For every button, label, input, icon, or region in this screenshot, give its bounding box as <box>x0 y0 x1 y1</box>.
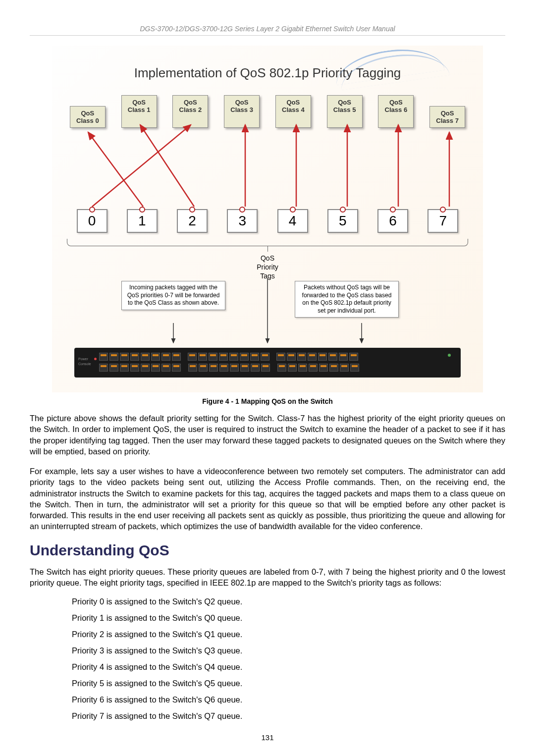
switch-power-label: PowerConsole <box>78 357 91 367</box>
svg-line-3 <box>88 132 143 207</box>
priority-item: Priority 3 is assigned to the Switch's Q… <box>72 646 505 655</box>
priority-item: Priority 5 is assigned to the Switch's Q… <box>72 679 505 688</box>
priority-tag-0: 0 <box>77 209 107 233</box>
priority-mapping-list: Priority 0 is assigned to the Switch's Q… <box>72 597 505 721</box>
switch-led-link <box>448 354 451 357</box>
priority-tags-row: 0 1 2 3 4 5 6 7 <box>52 209 483 233</box>
tags-bracket <box>67 239 468 246</box>
class-box-2: QoSClass 2 <box>172 95 208 128</box>
class-box-6: QoSClass 6 <box>378 95 414 128</box>
paragraph-2: For example, lets say a user wishes to h… <box>30 466 505 532</box>
switch-ports <box>99 353 436 361</box>
switch-hardware-image: PowerConsole <box>74 348 461 378</box>
page-header: DGS-3700-12/DGS-3700-12G Series Layer 2 … <box>30 25 505 33</box>
priority-tag-3: 3 <box>227 209 258 233</box>
svg-line-2 <box>92 125 191 207</box>
priority-item: Priority 2 is assigned to the Switch's Q… <box>72 630 505 639</box>
priority-item: Priority 7 is assigned to the Switch's Q… <box>72 711 505 721</box>
svg-line-4 <box>140 125 194 207</box>
priority-item: Priority 4 is assigned to the Switch's Q… <box>72 662 505 672</box>
info-box-left: Incoming packets tagged with the QoS pri… <box>121 281 225 310</box>
section-heading: Understanding QoS <box>30 542 505 559</box>
class-boxes-row: QoSClass 0 QoSClass 1 QoSClass 2 QoSClas… <box>52 95 483 128</box>
class-box-1: QoSClass 1 <box>121 95 157 128</box>
figure-caption: Figure 4 - 1 Mapping QoS on the Switch <box>30 397 505 405</box>
info-box-right: Packets without QoS tags will be forward… <box>295 281 399 318</box>
priority-item: Priority 6 is assigned to the Switch's Q… <box>72 695 505 704</box>
decoration-curve <box>334 51 453 85</box>
paragraph-3: The Switch has eight priority queues. Th… <box>30 566 505 589</box>
class-box-7: QoSClass 7 <box>429 106 465 128</box>
qos-diagram: Implementation of QoS 802.1p Priority Ta… <box>52 46 483 392</box>
class-box-5: QoSClass 5 <box>327 95 363 128</box>
priority-tag-7: 7 <box>428 209 458 233</box>
priority-tag-4: 4 <box>277 209 308 233</box>
priority-item: Priority 1 is assigned to the Switch's Q… <box>72 613 505 623</box>
priority-tag-6: 6 <box>377 209 408 233</box>
header-divider <box>30 35 505 36</box>
class-box-0: QoSClass 0 <box>70 106 106 128</box>
switch-led-power <box>94 358 97 360</box>
class-box-3: QoSClass 3 <box>224 95 260 128</box>
page-number: 131 <box>30 733 505 742</box>
class-box-4: QoSClass 4 <box>275 95 311 128</box>
priority-tag-2: 2 <box>177 209 208 233</box>
tags-label: QoSPriorityTags <box>52 254 483 281</box>
paragraph-1: The picture above shows the default prio… <box>30 413 505 457</box>
priority-tag-5: 5 <box>327 209 358 233</box>
priority-item: Priority 0 is assigned to the Switch's Q… <box>72 597 505 606</box>
priority-tag-1: 1 <box>127 209 158 233</box>
